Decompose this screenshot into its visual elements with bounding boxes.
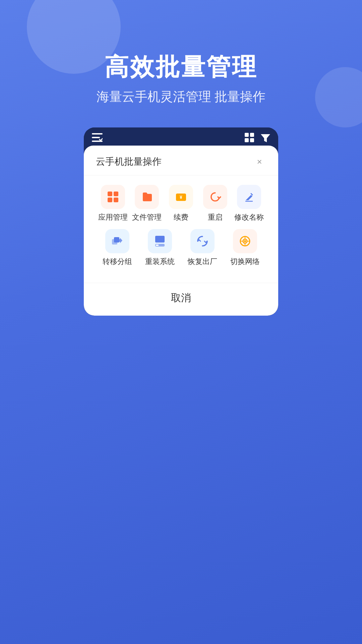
action-row-1: 应用管理 文件管理 ¥ xyxy=(96,185,266,222)
action-app-management-label: 应用管理 xyxy=(98,212,128,222)
svg-rect-10 xyxy=(108,198,112,202)
action-rename-label: 修改名称 xyxy=(234,212,264,222)
action-file-management[interactable]: 文件管理 xyxy=(130,185,164,222)
action-move-group-label: 转移分组 xyxy=(103,257,132,267)
menu-icon[interactable] xyxy=(92,133,103,144)
filter-icon[interactable] xyxy=(261,133,270,144)
action-file-management-label: 文件管理 xyxy=(132,212,162,222)
action-restart-label: 重启 xyxy=(208,212,223,222)
svg-rect-17 xyxy=(155,236,165,243)
action-restart[interactable]: 重启 xyxy=(198,185,232,222)
grid-view-icon[interactable] xyxy=(245,133,254,144)
action-reinstall-label: 重装系统 xyxy=(145,257,175,267)
svg-rect-19 xyxy=(156,245,159,246)
cancel-button[interactable]: 取消 xyxy=(84,283,278,316)
svg-point-22 xyxy=(244,240,246,242)
close-button[interactable]: × xyxy=(253,155,266,168)
sheet-title: 云手机批量操作 xyxy=(96,155,162,168)
page-title: 高效批量管理 xyxy=(0,54,362,80)
bottom-sheet: 云手机批量操作 × 应用管理 xyxy=(84,146,278,316)
action-renew-label: 续费 xyxy=(174,212,188,222)
svg-rect-8 xyxy=(108,192,112,196)
svg-marker-7 xyxy=(261,134,270,142)
toolbar-right xyxy=(245,133,270,144)
action-factory-reset[interactable]: 恢复出厂 xyxy=(181,229,224,267)
action-move-group[interactable]: 转移分组 xyxy=(96,229,138,267)
action-switch-network-label: 切换网络 xyxy=(230,257,260,267)
action-row-2: 转移分组 重装系统 xyxy=(96,229,266,267)
svg-rect-11 xyxy=(114,198,118,202)
phone-mockup: 微微博💬微信¥省钱快报⚔王者荣耀📍模拟定位📱一键新机♪抖音头今日头条👑皇室战争Q… xyxy=(84,127,278,316)
sheet-actions: 应用管理 文件管理 ¥ xyxy=(84,175,278,283)
action-rename[interactable]: 修改名称 xyxy=(232,185,266,222)
action-switch-network[interactable]: 切换网络 xyxy=(224,229,266,267)
header-section: 高效批量管理 海量云手机灵活管理 批量操作 xyxy=(0,0,362,105)
sheet-header: 云手机批量操作 × xyxy=(84,146,278,175)
toolbar-left xyxy=(92,133,103,144)
svg-text:¥: ¥ xyxy=(180,195,182,200)
action-reinstall[interactable]: 重装系统 xyxy=(138,229,181,267)
page-subtitle: 海量云手机灵活管理 批量操作 xyxy=(0,88,362,105)
svg-rect-9 xyxy=(114,192,118,196)
svg-rect-1 xyxy=(92,137,100,138)
svg-rect-0 xyxy=(92,133,103,135)
action-renew[interactable]: ¥ 续费 xyxy=(164,185,198,222)
svg-rect-5 xyxy=(245,138,249,142)
svg-rect-6 xyxy=(250,138,254,142)
action-app-management[interactable]: 应用管理 xyxy=(96,185,130,222)
action-factory-reset-label: 恢复出厂 xyxy=(188,257,217,267)
svg-rect-3 xyxy=(245,133,249,137)
svg-rect-4 xyxy=(250,133,254,137)
